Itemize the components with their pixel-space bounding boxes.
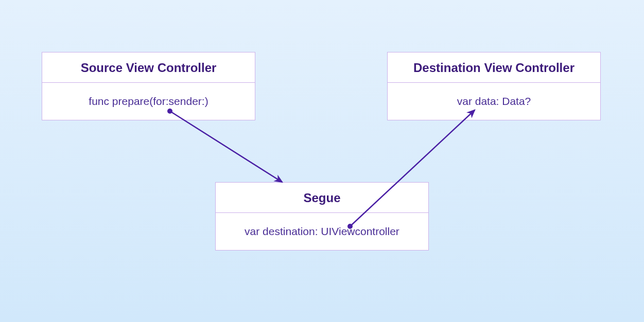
arrows-overlay bbox=[0, 0, 644, 322]
box-destination-title: Destination View Controller bbox=[388, 52, 600, 83]
box-source-title: Source View Controller bbox=[42, 52, 255, 83]
svg-line-1 bbox=[170, 111, 282, 182]
box-segue-title: Segue bbox=[216, 183, 428, 213]
box-segue: Segue var destination: UIViewcontroller bbox=[215, 182, 429, 251]
box-destination-view-controller: Destination View Controller var data: Da… bbox=[387, 52, 601, 120]
box-destination-body: var data: Data? bbox=[388, 83, 600, 120]
box-segue-body: var destination: UIViewcontroller bbox=[216, 213, 428, 250]
box-source-body: func prepare(for:sender:) bbox=[42, 83, 255, 120]
box-source-view-controller: Source View Controller func prepare(for:… bbox=[42, 52, 255, 120]
